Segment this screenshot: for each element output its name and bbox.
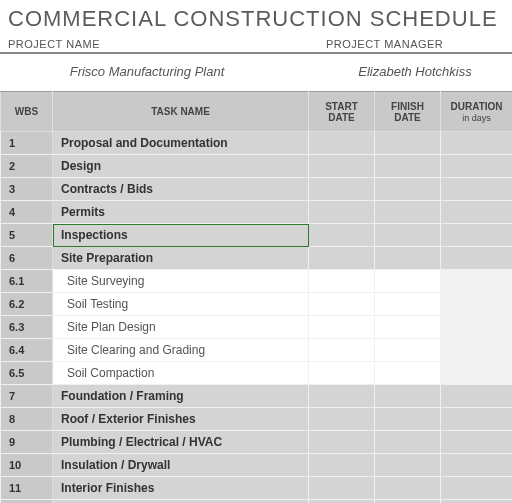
start-date-cell[interactable] bbox=[309, 270, 375, 293]
task-cell[interactable]: Soil Compaction bbox=[53, 362, 309, 385]
start-date-cell[interactable] bbox=[309, 408, 375, 431]
start-date-cell[interactable] bbox=[309, 224, 375, 247]
duration-cell[interactable] bbox=[441, 316, 513, 339]
duration-cell[interactable] bbox=[441, 385, 513, 408]
table-row[interactable]: 12Painting bbox=[1, 500, 513, 504]
wbs-cell[interactable]: 4 bbox=[1, 201, 53, 224]
table-row[interactable]: 6.5Soil Compaction bbox=[1, 362, 513, 385]
project-name-value[interactable]: Frisco Manufacturing Plant bbox=[8, 64, 326, 79]
duration-cell[interactable] bbox=[441, 155, 513, 178]
start-date-cell[interactable] bbox=[309, 201, 375, 224]
start-date-cell[interactable] bbox=[309, 385, 375, 408]
duration-cell[interactable] bbox=[441, 293, 513, 316]
table-row[interactable]: 9Plumbing / Electrical / HVAC bbox=[1, 431, 513, 454]
duration-cell[interactable] bbox=[441, 408, 513, 431]
finish-date-cell[interactable] bbox=[375, 247, 441, 270]
duration-cell[interactable] bbox=[441, 201, 513, 224]
table-row[interactable]: 6Site Preparation bbox=[1, 247, 513, 270]
wbs-cell[interactable]: 6.2 bbox=[1, 293, 53, 316]
wbs-cell[interactable]: 6.5 bbox=[1, 362, 53, 385]
table-row[interactable]: 6.3Site Plan Design bbox=[1, 316, 513, 339]
task-cell[interactable]: Painting bbox=[53, 500, 309, 504]
finish-date-cell[interactable] bbox=[375, 339, 441, 362]
start-date-cell[interactable] bbox=[309, 316, 375, 339]
start-date-cell[interactable] bbox=[309, 500, 375, 504]
task-cell[interactable]: Interior Finishes bbox=[53, 477, 309, 500]
finish-date-cell[interactable] bbox=[375, 431, 441, 454]
wbs-cell[interactable]: 5 bbox=[1, 224, 53, 247]
finish-date-cell[interactable] bbox=[375, 316, 441, 339]
duration-cell[interactable] bbox=[441, 224, 513, 247]
start-date-cell[interactable] bbox=[309, 431, 375, 454]
task-cell[interactable]: Foundation / Framing bbox=[53, 385, 309, 408]
finish-date-cell[interactable] bbox=[375, 362, 441, 385]
task-cell[interactable]: Site Preparation bbox=[53, 247, 309, 270]
table-row[interactable]: 6.1Site Surveying bbox=[1, 270, 513, 293]
finish-date-cell[interactable] bbox=[375, 270, 441, 293]
start-date-cell[interactable] bbox=[309, 362, 375, 385]
wbs-cell[interactable]: 6.1 bbox=[1, 270, 53, 293]
duration-cell[interactable] bbox=[441, 178, 513, 201]
finish-date-cell[interactable] bbox=[375, 477, 441, 500]
start-date-cell[interactable] bbox=[309, 477, 375, 500]
wbs-cell[interactable]: 6.4 bbox=[1, 339, 53, 362]
task-cell[interactable]: Permits bbox=[53, 201, 309, 224]
table-row[interactable]: 1Proposal and Documentation bbox=[1, 132, 513, 155]
task-cell[interactable]: Proposal and Documentation bbox=[53, 132, 309, 155]
table-row[interactable]: 2Design bbox=[1, 155, 513, 178]
start-date-cell[interactable] bbox=[309, 247, 375, 270]
finish-date-cell[interactable] bbox=[375, 385, 441, 408]
finish-date-cell[interactable] bbox=[375, 155, 441, 178]
start-date-cell[interactable] bbox=[309, 454, 375, 477]
duration-cell[interactable] bbox=[441, 454, 513, 477]
table-row[interactable]: 11Interior Finishes bbox=[1, 477, 513, 500]
table-row[interactable]: 6.2Soil Testing bbox=[1, 293, 513, 316]
duration-cell[interactable] bbox=[441, 270, 513, 293]
finish-date-cell[interactable] bbox=[375, 454, 441, 477]
start-date-cell[interactable] bbox=[309, 293, 375, 316]
wbs-cell[interactable]: 10 bbox=[1, 454, 53, 477]
wbs-cell[interactable]: 2 bbox=[1, 155, 53, 178]
task-cell[interactable]: Inspections bbox=[53, 224, 309, 247]
duration-cell[interactable] bbox=[441, 247, 513, 270]
start-date-cell[interactable] bbox=[309, 155, 375, 178]
wbs-cell[interactable]: 6 bbox=[1, 247, 53, 270]
wbs-cell[interactable]: 6.3 bbox=[1, 316, 53, 339]
finish-date-cell[interactable] bbox=[375, 201, 441, 224]
finish-date-cell[interactable] bbox=[375, 293, 441, 316]
task-cell[interactable]: Soil Testing bbox=[53, 293, 309, 316]
task-cell[interactable]: Site Plan Design bbox=[53, 316, 309, 339]
finish-date-cell[interactable] bbox=[375, 132, 441, 155]
duration-cell[interactable] bbox=[441, 477, 513, 500]
duration-cell[interactable] bbox=[441, 132, 513, 155]
table-row[interactable]: 7Foundation / Framing bbox=[1, 385, 513, 408]
table-row[interactable]: 3Contracts / Bids bbox=[1, 178, 513, 201]
start-date-cell[interactable] bbox=[309, 339, 375, 362]
finish-date-cell[interactable] bbox=[375, 224, 441, 247]
finish-date-cell[interactable] bbox=[375, 408, 441, 431]
duration-cell[interactable] bbox=[441, 339, 513, 362]
task-cell[interactable]: Contracts / Bids bbox=[53, 178, 309, 201]
finish-date-cell[interactable] bbox=[375, 500, 441, 504]
wbs-cell[interactable]: 7 bbox=[1, 385, 53, 408]
wbs-cell[interactable]: 3 bbox=[1, 178, 53, 201]
table-row[interactable]: 10Insulation / Drywall bbox=[1, 454, 513, 477]
table-row[interactable]: 5Inspections bbox=[1, 224, 513, 247]
wbs-cell[interactable]: 1 bbox=[1, 132, 53, 155]
wbs-cell[interactable]: 11 bbox=[1, 477, 53, 500]
wbs-cell[interactable]: 8 bbox=[1, 408, 53, 431]
wbs-cell[interactable]: 12 bbox=[1, 500, 53, 504]
table-row[interactable]: 6.4Site Clearing and Grading bbox=[1, 339, 513, 362]
task-cell[interactable]: Roof / Exterior Finishes bbox=[53, 408, 309, 431]
task-cell[interactable]: Plumbing / Electrical / HVAC bbox=[53, 431, 309, 454]
task-cell[interactable]: Site Surveying bbox=[53, 270, 309, 293]
table-row[interactable]: 4Permits bbox=[1, 201, 513, 224]
task-cell[interactable]: Design bbox=[53, 155, 309, 178]
table-row[interactable]: 8Roof / Exterior Finishes bbox=[1, 408, 513, 431]
start-date-cell[interactable] bbox=[309, 178, 375, 201]
duration-cell[interactable] bbox=[441, 500, 513, 504]
task-cell[interactable]: Site Clearing and Grading bbox=[53, 339, 309, 362]
wbs-cell[interactable]: 9 bbox=[1, 431, 53, 454]
finish-date-cell[interactable] bbox=[375, 178, 441, 201]
start-date-cell[interactable] bbox=[309, 132, 375, 155]
